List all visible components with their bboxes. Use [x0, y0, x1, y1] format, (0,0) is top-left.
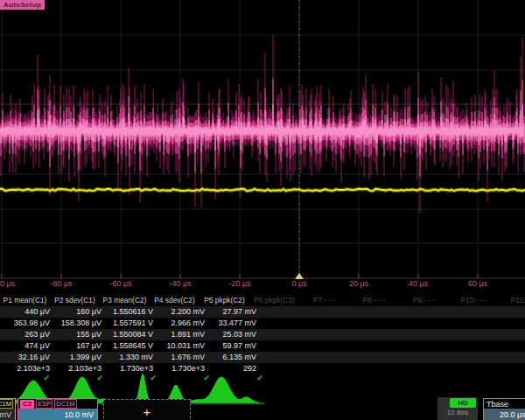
- c2-descriptor-box[interactable]: C2 ESPDC1M 10.0 mV: [18, 398, 98, 420]
- axis-tick-label: 60 µs: [453, 279, 502, 288]
- measure-row: 263 µV155 µV1.550084 V1.891 mV25.03 mV: [0, 329, 525, 340]
- measure-row: 440 µV160 µV1.550616 V2.200 mV27.97 mV: [0, 306, 525, 318]
- measure-value: 1.550616 V: [103, 306, 155, 318]
- hd-mode-block[interactable]: HD 12 Bits: [438, 397, 478, 420]
- measure-row: 32.16 µV1.399 µV1.330 mV1.676 mV6.135 mV: [0, 352, 525, 363]
- c1-descriptor-box[interactable]: DC1M 5.00 mV: [0, 398, 16, 420]
- c1-coupling-tag: DC1M: [0, 399, 13, 409]
- measure-value: 292: [206, 363, 258, 374]
- measure-value: 10.031 mV: [155, 340, 206, 352]
- hd-badge: HD: [450, 398, 476, 408]
- axis-tick-label: -20 µs: [215, 279, 264, 288]
- measure-value: 33.477 mV: [206, 318, 258, 329]
- measure-header-3[interactable]: P3 mean(C2): [100, 295, 150, 306]
- measure-value: 2.103e+3: [52, 363, 103, 374]
- measure-header-6[interactable]: P6 pkpk(C3): [249, 295, 299, 306]
- measure-value: 1.676 mV: [155, 352, 206, 363]
- measure-header-10[interactable]: P10:- - -: [449, 295, 499, 306]
- axis-tick-label: -80 µs: [37, 279, 86, 288]
- measure-value: 160 µV: [52, 306, 103, 318]
- measure-value: 2.966 mV: [155, 318, 206, 329]
- timebase-descriptor-box[interactable]: Tbase 20.0 µs/div: [483, 398, 525, 420]
- axis-tick-label: 20 µs: [334, 279, 383, 288]
- measure-value: 158.308 µV: [52, 318, 103, 329]
- measure-value: 1.730e+3: [155, 363, 206, 374]
- c1-volts-per-div: 5.00 mV: [0, 409, 15, 420]
- status-check-icon: ✔: [160, 374, 214, 382]
- oscilloscope-screen: AutoSetup -100 µs-80 µs-60 µs-40 µs-20 µ…: [0, 0, 525, 420]
- axis-tick-label: 40 µs: [394, 279, 443, 288]
- axis-tick-label: -40 µs: [156, 279, 205, 288]
- status-check-icon: ✔: [107, 374, 160, 382]
- c2-trace[interactable]: [0, 35, 524, 214]
- measure-row: 363.98 µV158.308 µV1.557591 V2.966 mV33.…: [0, 318, 525, 329]
- measure-header-2[interactable]: P2 sdev(C1): [50, 295, 100, 306]
- measure-value: 263 µV: [0, 329, 52, 340]
- add-trace-button[interactable]: +: [103, 399, 191, 420]
- measure-value: 1.730e+3: [103, 363, 155, 374]
- measure-value: 2.200 mV: [155, 306, 206, 318]
- measure-value: 59.97 mV: [206, 340, 258, 352]
- measure-value: 1.891 mV: [155, 329, 206, 340]
- status-check-icon: ✔: [214, 374, 267, 382]
- c2-volts-per-div: 10.0 mV: [18, 409, 97, 420]
- measure-value: 6.135 mV: [206, 352, 258, 363]
- measure-value: 474 µV: [0, 340, 52, 352]
- trigger-time-marker[interactable]: [295, 273, 304, 279]
- hd-bits-label: 12 Bits: [438, 409, 478, 416]
- measure-header-1[interactable]: P1 mean(C1): [0, 295, 50, 306]
- axis-tick-label: -60 µs: [96, 279, 145, 288]
- c2-esp-tag: ESP: [36, 399, 52, 409]
- measure-value: 1.557591 V: [103, 318, 155, 329]
- c2-tags: ESPDC1M: [36, 399, 76, 409]
- measure-value: 363.98 µV: [0, 318, 52, 329]
- measure-value: 27.97 mV: [206, 306, 258, 318]
- measure-value: 1.399 µV: [52, 352, 103, 363]
- measure-value: 440 µV: [0, 306, 52, 318]
- measure-value: 32.16 µV: [0, 352, 52, 363]
- c2-dc1m-tag: DC1M: [54, 399, 76, 409]
- axis-tick-label: -100 µs: [0, 279, 26, 288]
- top-left-label[interactable]: AutoSetup: [0, 0, 45, 10]
- measure-status-row: ✔✔✔✔✔: [0, 374, 525, 382]
- axis-tick-label: 0 µs: [275, 279, 324, 288]
- measure-header-7[interactable]: P7:- - -: [299, 295, 349, 306]
- measure-value: 167 µV: [52, 340, 103, 352]
- measure-value: 25.03 mV: [206, 329, 258, 340]
- c1-trace[interactable]: [0, 189, 525, 191]
- measure-value: 1.558645 V: [103, 340, 155, 352]
- tbase-value: 20.0 µs/div: [484, 409, 525, 420]
- measure-value: 155 µV: [52, 329, 103, 340]
- measure-header-5[interactable]: P5 pkpk(C2): [200, 295, 249, 306]
- measurement-table: P1 mean(C1)P2 sdev(C1)P3 mean(C2)P4 sdev…: [0, 295, 525, 382]
- status-check-icon: ✔: [0, 374, 53, 382]
- measure-header-9[interactable]: P9:- - -: [399, 295, 449, 306]
- tbase-label: Tbase: [486, 400, 508, 409]
- measure-header-4[interactable]: P4 sdev(C2): [150, 295, 200, 306]
- measure-header-11[interactable]: P11:- - -: [499, 295, 525, 306]
- measure-value: 1.550084 V: [103, 329, 155, 340]
- c2-channel-badge: C2: [20, 400, 34, 409]
- measure-value: 1.330 mV: [103, 352, 155, 363]
- measure-header-row: P1 mean(C1)P2 sdev(C1)P3 mean(C2)P4 sdev…: [0, 295, 525, 306]
- status-check-icon: ✔: [53, 374, 107, 382]
- measure-row: 474 µV167 µV1.558645 V10.031 mV59.97 mV: [0, 340, 525, 352]
- measure-header-8[interactable]: P8:- - -: [349, 295, 399, 306]
